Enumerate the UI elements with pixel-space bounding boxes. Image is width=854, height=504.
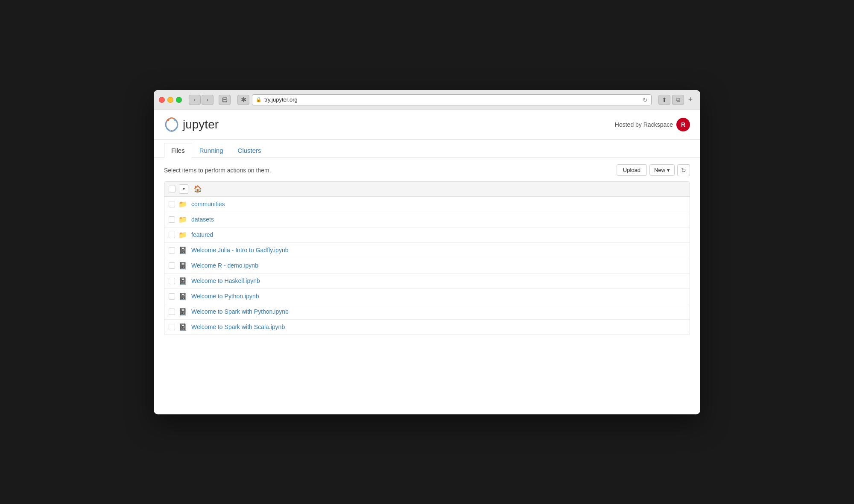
item-link-nb4[interactable]: Welcome to Python.ipynb: [191, 293, 259, 300]
address-refresh-icon[interactable]: ↻: [643, 96, 648, 103]
notebook-icon: 📓: [178, 246, 187, 254]
traffic-lights: [159, 97, 182, 103]
new-label: New: [654, 167, 665, 173]
item-link-nb5[interactable]: Welcome to Spark with Python.ipynb: [191, 308, 289, 315]
notebook-icon: 📓: [178, 292, 187, 300]
logo-text: jupyter: [183, 118, 219, 131]
sidebar-toggle-button[interactable]: ⊟: [219, 95, 231, 105]
item-checkbox-datasets[interactable]: [169, 216, 175, 223]
hosted-by: Hosted by Rackspace R: [615, 118, 690, 131]
asterisk-icon: ✱: [241, 96, 246, 104]
folder-icon: 📁: [178, 231, 187, 239]
item-checkbox-nb4[interactable]: [169, 293, 175, 300]
folder-icon: 📁: [178, 200, 187, 208]
file-browser: Select items to perform actions on them.…: [154, 157, 700, 342]
notebook-icon: 📓: [178, 262, 187, 270]
hosted-label: Hosted by Rackspace: [615, 121, 673, 128]
file-list: ▾ 🏠 📁 communities 📁 datasets 📁: [164, 181, 690, 335]
file-list-header: ▾ 🏠: [164, 182, 690, 197]
add-tab-button[interactable]: +: [686, 95, 695, 105]
notebook-icon: 📓: [178, 277, 187, 285]
forward-icon: ›: [207, 96, 208, 103]
list-item: 📓 Welcome to Spark with Python.ipynb: [164, 304, 690, 320]
lock-icon: 🔒: [256, 97, 262, 102]
address-bar[interactable]: 🔒 try.jupyter.org ↻: [252, 94, 652, 105]
item-link-nb1[interactable]: Welcome Julia - Intro to Gadfly.ipynb: [191, 247, 288, 253]
toolbar-right: Upload New ▾ ↻: [617, 164, 690, 176]
list-item: 📓 Welcome to Python.ipynb: [164, 289, 690, 304]
item-link-nb2[interactable]: Welcome R - demo.ipynb: [191, 262, 258, 269]
window-icon: ⧉: [676, 96, 680, 103]
svg-point-1: [174, 119, 176, 121]
back-button[interactable]: ‹: [189, 95, 201, 105]
select-dropdown[interactable]: ▾: [179, 184, 188, 194]
browser-titlebar: ‹ › ⊟ ✱ 🔒 try.jupyter.org ↻: [159, 94, 695, 110]
share-icon: ⬆: [662, 96, 667, 103]
back-icon: ‹: [194, 96, 196, 103]
forward-button[interactable]: ›: [202, 95, 214, 105]
nav-tabs: Files Running Clusters: [154, 143, 700, 157]
refresh-button[interactable]: ↻: [677, 164, 690, 176]
browser-actions: ⬆ ⧉ +: [658, 95, 695, 105]
browser-window: ‹ › ⊟ ✱ 🔒 try.jupyter.org ↻: [154, 90, 700, 414]
item-link-nb6[interactable]: Welcome to Spark with Scala.ipynb: [191, 323, 285, 330]
file-browser-toolbar: Select items to perform actions on them.…: [164, 164, 690, 176]
refresh-icon: ↻: [681, 167, 686, 174]
close-button[interactable]: [159, 97, 165, 103]
new-button[interactable]: New ▾: [649, 164, 675, 176]
item-checkbox-featured[interactable]: [169, 232, 175, 238]
address-bar-container: ✱ 🔒 try.jupyter.org ↻: [237, 94, 652, 105]
list-item: 📁 datasets: [164, 212, 690, 227]
item-link-datasets[interactable]: datasets: [191, 216, 214, 223]
list-item: 📓 Welcome Julia - Intro to Gadfly.ipynb: [164, 243, 690, 258]
url-text: try.jupyter.org: [264, 96, 640, 103]
list-item: 📁 communities: [164, 197, 690, 212]
item-checkbox-nb3[interactable]: [169, 278, 175, 284]
jupyter-header: jupyter Hosted by Rackspace R: [154, 110, 700, 140]
rackspace-logo: R: [676, 118, 690, 131]
maximize-button[interactable]: [176, 97, 182, 103]
item-checkbox-nb2[interactable]: [169, 262, 175, 269]
list-item: 📓 Welcome to Spark with Scala.ipynb: [164, 320, 690, 335]
select-all-checkbox[interactable]: [169, 186, 175, 192]
item-checkbox-nb5[interactable]: [169, 309, 175, 315]
tab-running[interactable]: Running: [192, 143, 231, 157]
notebook-icon: 📓: [178, 323, 187, 331]
item-checkbox-communities[interactable]: [169, 201, 175, 207]
page-content: jupyter Hosted by Rackspace R Files Runn…: [154, 110, 700, 342]
list-item: 📓 Welcome to Haskell.ipynb: [164, 274, 690, 289]
share-button[interactable]: ⬆: [658, 95, 670, 105]
item-checkbox-nb6[interactable]: [169, 324, 175, 330]
list-item: 📁 featured: [164, 227, 690, 243]
item-link-communities[interactable]: communities: [191, 201, 225, 207]
nav-buttons: ‹ ›: [189, 95, 214, 105]
new-dropdown-icon: ▾: [667, 167, 670, 173]
minimize-button[interactable]: [167, 97, 173, 103]
plus-icon: +: [688, 95, 693, 104]
tab-clusters[interactable]: Clusters: [231, 143, 269, 157]
notebook-icon: 📓: [178, 308, 187, 316]
toolbar-help-text: Select items to perform actions on them.: [164, 167, 271, 174]
item-checkbox-nb1[interactable]: [169, 247, 175, 253]
sidebar-icon: ⊟: [222, 96, 228, 104]
home-icon[interactable]: 🏠: [193, 185, 202, 193]
jupyter-logo-icon: [164, 117, 179, 132]
folder-icon: 📁: [178, 216, 187, 224]
item-link-featured[interactable]: featured: [191, 231, 213, 238]
upload-button[interactable]: Upload: [617, 164, 647, 176]
tab-files[interactable]: Files: [164, 143, 192, 157]
item-link-nb3[interactable]: Welcome to Haskell.ipynb: [191, 277, 260, 284]
list-item: 📓 Welcome R - demo.ipynb: [164, 258, 690, 274]
extension-icon: ✱: [237, 95, 249, 105]
browser-chrome: ‹ › ⊟ ✱ 🔒 try.jupyter.org ↻: [154, 90, 700, 110]
rackspace-letter: R: [681, 121, 685, 128]
jupyter-logo: jupyter: [164, 117, 219, 132]
window-button[interactable]: ⧉: [672, 95, 684, 105]
svg-point-2: [171, 130, 173, 132]
svg-point-0: [167, 119, 170, 121]
